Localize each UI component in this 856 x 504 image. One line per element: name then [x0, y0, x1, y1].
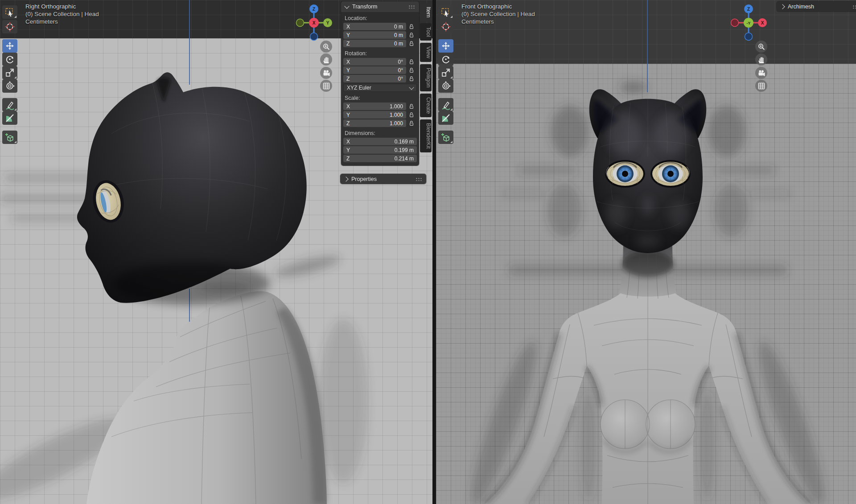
transform-tool-button[interactable] — [438, 79, 453, 93]
rotation-z-field[interactable]: Z 0° — [343, 75, 406, 82]
axis-value: 0° — [398, 76, 403, 82]
unlock-icon — [409, 103, 414, 109]
add-cube-tool-button[interactable] — [2, 131, 17, 144]
scale-tool-button[interactable] — [2, 66, 17, 79]
annotate-tool-button[interactable] — [2, 98, 17, 111]
camera-view-icon — [322, 69, 330, 77]
scale-x-field[interactable]: X 1.000 — [343, 102, 406, 110]
tab-item[interactable]: Item — [420, 3, 432, 21]
camera-view-button[interactable] — [320, 67, 332, 79]
lock-button[interactable] — [406, 67, 417, 73]
lock-button[interactable] — [406, 76, 417, 82]
viewport-right-orthographic[interactable]: Right Orthographic (0) Scene Collection … — [0, 0, 432, 504]
toggle-ortho-button[interactable] — [320, 80, 332, 92]
lock-button[interactable] — [406, 103, 417, 109]
transform-tool-button[interactable] — [2, 79, 17, 93]
unlock-icon — [409, 32, 414, 38]
dimensions-z-field[interactable]: Z 0.214 m — [343, 155, 417, 162]
axis-label: X — [346, 24, 350, 30]
panel-title: Transform — [352, 4, 378, 10]
rotation-y-row: Y 0° — [343, 66, 417, 74]
cursor-tool-button[interactable] — [438, 20, 453, 33]
select-box-icon — [440, 7, 451, 17]
move-icon — [440, 41, 451, 51]
gizmo-neg-y-ball[interactable] — [296, 19, 304, 27]
rotate-tool-button[interactable] — [438, 53, 453, 66]
scale-y-field[interactable]: Y 1.000 — [343, 111, 406, 119]
pan-button[interactable] — [320, 53, 332, 66]
gizmo-neg-z-ball[interactable] — [745, 33, 753, 41]
select-box-tool-button[interactable] — [2, 5, 17, 19]
location-z-field[interactable]: Z 0 m — [343, 40, 406, 47]
unlock-icon — [409, 67, 414, 73]
lock-button[interactable] — [406, 41, 417, 46]
lock-button[interactable] — [406, 120, 417, 126]
move-tool-button[interactable] — [2, 39, 17, 53]
navigation-gizmo[interactable]: Z Y X — [288, 0, 340, 49]
zoom-button[interactable] — [320, 41, 332, 53]
location-x-row: X 0 m — [343, 23, 417, 30]
lock-button[interactable] — [406, 24, 417, 29]
rotation-mode-value: XYZ Euler — [347, 85, 371, 91]
unlock-icon — [409, 112, 414, 118]
viewport-front-orthographic[interactable]: Front Orthographic (0) Scene Collection … — [436, 0, 856, 504]
rotation-y-field[interactable]: Y 0° — [343, 66, 406, 74]
camera-view-icon — [757, 69, 765, 77]
breadcrumb: (0) Scene Collection | Head — [461, 10, 535, 18]
gizmo-neg-x-ball[interactable] — [731, 19, 739, 27]
rotate-tool-button[interactable] — [2, 53, 17, 66]
annotate-tool-button[interactable] — [438, 98, 453, 111]
scale-y-row: Y 1.000 — [343, 111, 417, 119]
axis-value: 1.000 — [390, 120, 403, 127]
axis-value: 0.199 m — [395, 147, 414, 153]
move-tool-button[interactable] — [438, 39, 453, 53]
measure-tool-button[interactable] — [438, 111, 453, 125]
lock-button[interactable] — [406, 32, 417, 38]
rotate-icon — [4, 54, 15, 65]
toggle-ortho-button[interactable] — [755, 80, 767, 92]
drag-dots-icon[interactable] — [416, 177, 423, 181]
tab-blenderkit[interactable]: BlenderKit — [420, 119, 432, 152]
lock-button[interactable] — [406, 112, 417, 118]
add-cube-icon — [440, 132, 451, 143]
location-x-field[interactable]: X 0 m — [343, 23, 406, 30]
navigation-gizmo[interactable]: Z X -Y — [723, 0, 774, 49]
scale-label: Scale: — [345, 95, 416, 101]
axis-value: 0 m — [394, 41, 403, 47]
gizmo-neg-z-ball[interactable] — [310, 33, 318, 41]
rotation-mode-dropdown[interactable]: XYZ Euler — [343, 84, 417, 92]
transform-panel-header[interactable]: Transform — [341, 1, 419, 12]
add-cube-tool-button[interactable] — [438, 131, 453, 144]
axis-label: Z — [346, 120, 350, 127]
scale-z-field[interactable]: Z 1.000 — [343, 119, 406, 127]
lock-button[interactable] — [406, 59, 417, 65]
dimensions-y-row: Y 0.199 m — [343, 146, 417, 154]
tab-tool[interactable]: Tool — [420, 23, 432, 41]
drag-dots-icon[interactable] — [408, 5, 416, 8]
dimensions-x-field[interactable]: X 0.169 m — [343, 138, 417, 145]
cursor-tool-button[interactable] — [2, 20, 17, 33]
pan-button[interactable] — [755, 53, 767, 66]
select-box-tool-button[interactable] — [438, 5, 453, 19]
axis-value: 0.169 m — [395, 139, 414, 145]
tab-poliigon[interactable]: Poliigon — [420, 64, 432, 91]
viewport-divider[interactable] — [432, 0, 436, 504]
tab-create[interactable]: Create — [420, 94, 432, 118]
tab-view[interactable]: View — [420, 43, 432, 62]
dimensions-y-field[interactable]: Y 0.199 m — [343, 146, 417, 154]
measure-tool-button[interactable] — [2, 111, 17, 125]
rotation-x-field[interactable]: X 0° — [343, 58, 406, 66]
grid-ortho-icon — [757, 82, 765, 90]
annotate-pen-icon — [440, 99, 451, 110]
pan-hand-icon — [757, 56, 765, 64]
scale-z-row: Z 1.000 — [343, 119, 417, 127]
properties-panel-collapsed[interactable]: Properties — [340, 174, 426, 184]
archimesh-panel-collapsed[interactable]: Archimesh — [777, 1, 856, 12]
scale-tool-button[interactable] — [438, 66, 453, 79]
axis-value: 0 m — [394, 32, 403, 38]
camera-view-button[interactable] — [755, 67, 767, 79]
zoom-button[interactable] — [755, 41, 767, 53]
drag-dots-icon[interactable] — [852, 5, 856, 8]
location-y-field[interactable]: Y 0 m — [343, 31, 406, 39]
axis-label: Y — [346, 147, 350, 153]
